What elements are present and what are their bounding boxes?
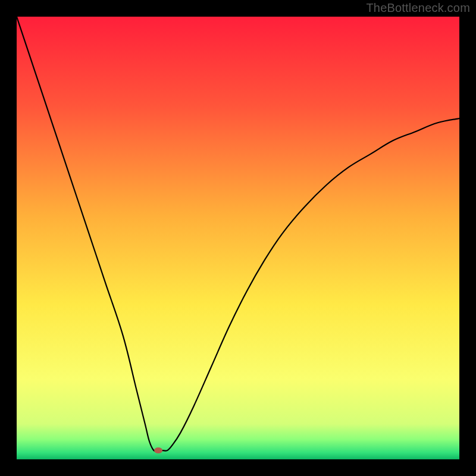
gradient-background — [17, 17, 459, 459]
marker-dot — [154, 447, 162, 453]
plot-area — [17, 17, 459, 459]
chart-frame: TheBottleneck.com — [0, 0, 476, 476]
watermark-text: TheBottleneck.com — [366, 1, 470, 15]
chart-svg — [17, 17, 459, 459]
